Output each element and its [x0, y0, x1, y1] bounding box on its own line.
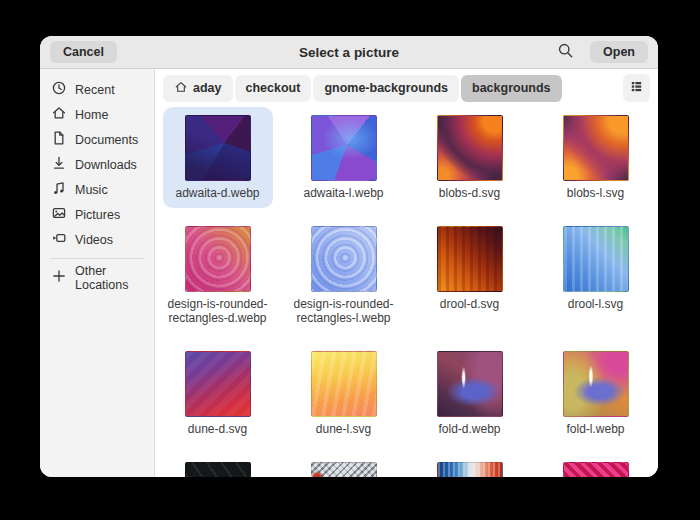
file-name: design-is-rounded-rectangles-d.webp — [165, 297, 271, 325]
file-item-drool-l[interactable]: drool-l.svg — [541, 218, 651, 333]
sidebar-item-label: Music — [75, 183, 108, 197]
breadcrumb-segment-checkout[interactable]: checkout — [235, 75, 312, 102]
file-thumbnail — [311, 115, 377, 181]
sidebar-item-other-locations[interactable]: Other Locations — [45, 265, 149, 290]
sidebar-separator — [50, 258, 144, 259]
headerbar: Cancel Select a picture Open — [40, 36, 658, 69]
file-item-partial-4[interactable] — [541, 454, 651, 477]
sidebar-item-label: Recent — [75, 83, 115, 97]
file-item-partial-1[interactable] — [163, 454, 273, 477]
file-chooser-dialog: Cancel Select a picture Open Recent — [40, 36, 658, 477]
breadcrumb-label: backgrounds — [472, 81, 551, 95]
file-thumbnail — [185, 115, 251, 181]
sidebar-item-pictures[interactable]: Pictures — [45, 202, 149, 227]
file-name: blobs-l.svg — [567, 186, 624, 200]
sidebar-item-label: Other Locations — [75, 264, 143, 292]
file-item-dune-l[interactable]: dune-l.svg — [289, 343, 399, 444]
screen-background: Cancel Select a picture Open Recent — [0, 0, 700, 520]
list-view-toggle-button[interactable] — [623, 74, 650, 102]
file-item-adwaita-d[interactable]: adwaita-d.webp — [163, 107, 273, 208]
file-thumbnail — [311, 351, 377, 417]
file-name: fold-l.webp — [566, 422, 624, 436]
sidebar-item-home[interactable]: Home — [45, 102, 149, 127]
file-item-partial-3[interactable] — [415, 454, 525, 477]
music-note-icon — [51, 180, 67, 199]
breadcrumb-label: checkout — [246, 81, 301, 95]
file-name: adwaita-d.webp — [175, 186, 259, 200]
file-name: drool-d.svg — [440, 297, 499, 311]
cancel-button[interactable]: Cancel — [50, 41, 117, 63]
home-icon — [174, 80, 188, 97]
sidebar-item-label: Videos — [75, 233, 113, 247]
file-thumbnail — [311, 226, 377, 292]
file-item-partial-2[interactable] — [289, 454, 399, 477]
file-thumbnail — [563, 115, 629, 181]
file-thumbnail — [437, 351, 503, 417]
breadcrumb-segment-aday[interactable]: aday — [163, 75, 233, 102]
file-thumbnail — [185, 462, 251, 477]
file-name: dune-l.svg — [316, 422, 371, 436]
file-name: drool-l.svg — [568, 297, 623, 311]
home-icon — [51, 105, 67, 124]
file-item-fold-d[interactable]: fold-d.webp — [415, 343, 525, 444]
file-thumbnail — [437, 226, 503, 292]
sidebar-item-label: Downloads — [75, 158, 137, 172]
file-name: fold-d.webp — [438, 422, 500, 436]
breadcrumb-label: gnome-backgrounds — [324, 81, 448, 95]
open-button[interactable]: Open — [590, 41, 648, 63]
file-name: blobs-d.svg — [439, 186, 500, 200]
search-icon — [557, 42, 574, 62]
sidebar-item-label: Documents — [75, 133, 138, 147]
content-area: aday checkout gnome-backgrounds backgrou… — [155, 69, 658, 477]
file-name: adwaita-l.webp — [303, 186, 383, 200]
file-item-design-d[interactable]: design-is-rounded-rectangles-d.webp — [163, 218, 273, 333]
download-icon — [51, 155, 67, 174]
file-item-drool-d[interactable]: drool-d.svg — [415, 218, 525, 333]
file-item-blobs-l[interactable]: blobs-l.svg — [541, 107, 651, 208]
sidebar-item-label: Home — [75, 108, 108, 122]
pathbar-row: aday checkout gnome-backgrounds backgrou… — [155, 69, 658, 107]
file-item-fold-l[interactable]: fold-l.webp — [541, 343, 651, 444]
file-name: design-is-rounded-rectangles-l.webp — [291, 297, 397, 325]
file-item-dune-d[interactable]: dune-d.svg — [163, 343, 273, 444]
sidebar-item-label: Pictures — [75, 208, 120, 222]
plus-icon — [51, 268, 67, 287]
sidebar-item-recent[interactable]: Recent — [45, 77, 149, 102]
sidebar-item-downloads[interactable]: Downloads — [45, 152, 149, 177]
video-camera-icon — [51, 230, 67, 249]
file-thumbnail — [563, 462, 629, 477]
breadcrumb-segment-backgrounds[interactable]: backgrounds — [461, 75, 562, 102]
sidebar-item-videos[interactable]: Videos — [45, 227, 149, 252]
file-item-blobs-d[interactable]: blobs-d.svg — [415, 107, 525, 208]
breadcrumb-label: aday — [193, 81, 222, 95]
sidebar-item-music[interactable]: Music — [45, 177, 149, 202]
breadcrumb: aday checkout gnome-backgrounds backgrou… — [163, 75, 562, 102]
file-thumbnail — [437, 115, 503, 181]
file-thumbnail — [185, 226, 251, 292]
file-item-adwaita-l[interactable]: adwaita-l.webp — [289, 107, 399, 208]
file-thumbnail — [437, 462, 503, 477]
sidebar: Recent Home Documents — [40, 69, 155, 477]
document-icon — [51, 130, 67, 149]
list-view-icon — [629, 79, 644, 97]
file-thumbnail — [563, 226, 629, 292]
breadcrumb-segment-gnome-backgrounds[interactable]: gnome-backgrounds — [313, 75, 459, 102]
file-item-design-l[interactable]: design-is-rounded-rectangles-l.webp — [289, 218, 399, 333]
file-grid: adwaita-d.webp adwaita-l.webp blobs-d.sv… — [155, 107, 658, 477]
picture-icon — [51, 205, 67, 224]
file-thumbnail — [185, 351, 251, 417]
file-name: dune-d.svg — [188, 422, 247, 436]
search-button[interactable] — [555, 40, 576, 64]
sidebar-item-documents[interactable]: Documents — [45, 127, 149, 152]
file-thumbnail — [311, 462, 377, 477]
file-thumbnail — [563, 351, 629, 417]
clock-icon — [51, 80, 67, 99]
